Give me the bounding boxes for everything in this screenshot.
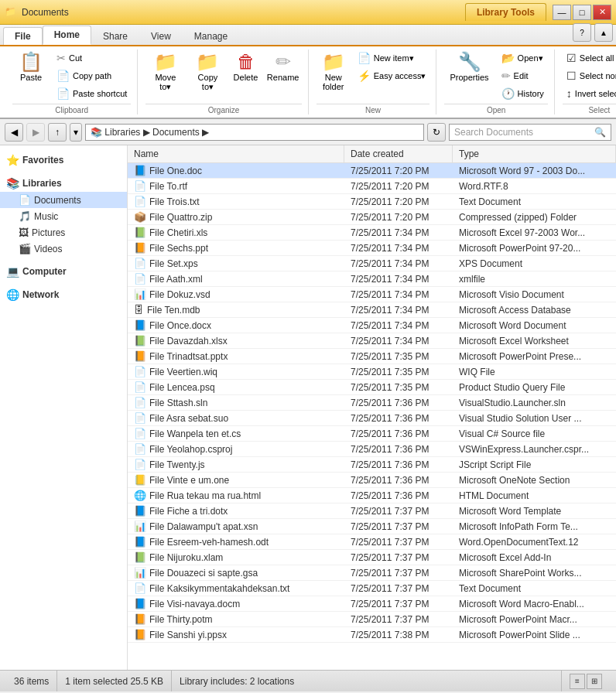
paste-button[interactable]: 📋 Paste (12, 50, 50, 85)
properties-button[interactable]: 🔧 Properties (444, 50, 494, 85)
tab-manage[interactable]: Manage (183, 27, 239, 45)
address-path[interactable]: 📚 Libraries ▶ Documents ▶ (85, 124, 424, 141)
sidebar-header-libraries[interactable]: 📚 Libraries (0, 175, 127, 192)
open-small-buttons: 📂 Open▾ ✏ Edit 🕐 History (498, 50, 548, 102)
table-row[interactable]: 📄 File Trois.txt 7/25/2011 7:20 PM Text … (128, 194, 616, 210)
file-type: Microsoft Word Template (453, 504, 616, 518)
col-header-date[interactable]: Date created (344, 145, 453, 162)
table-row[interactable]: 📄 File Set.xps 7/25/2011 7:34 PM XPS Doc… (128, 256, 616, 271)
table-row[interactable]: 📘 File Fiche a tri.dotx 7/25/2011 7:37 P… (128, 504, 616, 519)
easy-access-button[interactable]: ⚡ Easy access▾ (354, 67, 430, 84)
table-row[interactable]: 📄 File To.rtf 7/25/2011 7:20 PM Word.RTF… (128, 179, 616, 194)
table-row[interactable]: 📊 File Douazeci si sapte.gsa 7/25/2011 7… (128, 565, 616, 581)
tiles-view-button[interactable]: ⊞ (587, 674, 602, 689)
file-name: File Set.xps (149, 258, 198, 269)
table-row[interactable]: 🌐 File Rua tekau ma rua.html 7/25/2011 7… (128, 488, 616, 504)
tab-file[interactable]: File (3, 27, 43, 45)
tab-view[interactable]: View (139, 27, 183, 45)
rename-button[interactable]: ✏ Rename (265, 50, 302, 85)
table-row[interactable]: 📦 File Quattro.zip 7/25/2011 7:20 PM Com… (128, 210, 616, 225)
back-button[interactable]: ◀ (5, 123, 23, 142)
table-row[interactable]: 📄 File Kaksikymmentakahdeksan.txt 7/25/2… (128, 581, 616, 596)
table-row[interactable]: 📊 File Dalawampu't apat.xsn 7/25/2011 7:… (128, 519, 616, 534)
table-row[interactable]: 📗 File Davazdah.xlsx 7/25/2011 7:34 PM M… (128, 333, 616, 349)
forward-button[interactable]: ▶ (26, 123, 45, 142)
table-row[interactable]: 📊 File Dokuz.vsd 7/25/2011 7:34 PM Micro… (128, 287, 616, 302)
file-icon: 📙 (134, 613, 146, 625)
table-row[interactable]: 📘 File One.doc 7/25/2011 7:20 PM Microso… (128, 163, 616, 179)
table-row[interactable]: 📗 File Nijuroku.xlam 7/25/2011 7:37 PM M… (128, 550, 616, 565)
table-row[interactable]: 📄 File Wanpela ten et.cs 7/25/2011 7:36 … (128, 426, 616, 442)
file-date: 7/25/2011 7:37 PM (344, 597, 453, 611)
recent-locations-button[interactable]: ▾ (70, 123, 82, 142)
organize-group-content: 📁 Move to▾ 📁 Copy to▾ 🗑 Delete ✏ Rename (145, 50, 301, 102)
sidebar-section-libraries: 📚 Libraries 📄 Documents 🎵 Music 🖼 Pictur… (0, 175, 127, 257)
table-row[interactable]: 📘 File Once.docx 7/25/2011 7:34 PM Micro… (128, 318, 616, 333)
edit-button[interactable]: ✏ Edit (498, 67, 548, 84)
sidebar-item-pictures[interactable]: 🖼 Pictures (0, 224, 127, 241)
ribbon-collapse-button[interactable]: ▲ (594, 23, 613, 42)
rename-label: Rename (267, 73, 299, 82)
library-tools-tab[interactable]: Library Tools (465, 3, 546, 21)
open-group: 🔧 Properties 📂 Open▾ ✏ Edit 🕐 History Op… (438, 50, 554, 114)
table-row[interactable]: 📘 File Esreem-veh-hamesh.odt 7/25/2011 7… (128, 534, 616, 550)
maximize-button[interactable]: □ (573, 5, 591, 20)
table-row[interactable]: 📙 File Sechs.ppt 7/25/2011 7:34 PM Micro… (128, 241, 616, 256)
table-row[interactable]: 📄 File Yeolahop.csproj 7/25/2011 7:36 PM… (128, 442, 616, 457)
table-row[interactable]: 📄 File Sttash.sln 7/25/2011 7:36 PM Visu… (128, 395, 616, 411)
new-item-button[interactable]: 📄 New item▾ (354, 50, 430, 67)
file-type: Visual C# Source file (453, 427, 616, 441)
table-row[interactable]: 🗄 File Ten.mdb 7/25/2011 7:34 PM Microso… (128, 302, 616, 318)
history-button[interactable]: 🕐 History (498, 85, 548, 102)
details-view-button[interactable]: ≡ (570, 674, 585, 689)
col-header-type[interactable]: Type (453, 145, 616, 162)
new-folder-button[interactable]: 📁 New folder (317, 50, 351, 94)
copy-path-button[interactable]: 📄 Copy path (53, 67, 131, 84)
sidebar-item-documents[interactable]: 📄 Documents (0, 192, 127, 208)
open-button[interactable]: 📂 Open▾ (498, 50, 548, 67)
sidebar-header-computer[interactable]: 💻 Computer (0, 263, 127, 280)
close-button[interactable]: ✕ (593, 5, 611, 20)
table-row[interactable]: 📙 File Thirty.potm 7/25/2011 7:37 PM Mic… (128, 612, 616, 627)
col-header-name[interactable]: Name (128, 145, 344, 162)
table-row[interactable]: 📙 File Trinadtsat.pptx 7/25/2011 7:35 PM… (128, 349, 616, 364)
select-all-button[interactable]: ☑ Select all (563, 50, 616, 67)
file-name: File Rua tekau ma rua.html (149, 490, 261, 501)
file-icon: 📄 (134, 443, 146, 455)
cut-button[interactable]: ✂ Cut (53, 50, 131, 67)
tab-share[interactable]: Share (91, 27, 139, 45)
tab-home[interactable]: Home (43, 26, 91, 45)
sidebar-header-favorites[interactable]: ⭐ Favorites (0, 152, 127, 169)
invert-selection-button[interactable]: ↕ Invert selection (563, 85, 616, 102)
copy-path-icon: 📄 (56, 70, 70, 82)
table-row[interactable]: 📄 File Asra sebat.suo 7/25/2011 7:36 PM … (128, 411, 616, 426)
file-icon: 📄 (134, 258, 146, 269)
table-row[interactable]: 📘 File Visi-navaya.docm 7/25/2011 7:37 P… (128, 596, 616, 612)
sidebar-item-music[interactable]: 🎵 Music (0, 208, 127, 224)
select-none-button[interactable]: ☐ Select none (563, 67, 616, 84)
table-row[interactable]: 📒 File Vinte e um.one 7/25/2011 7:36 PM … (128, 473, 616, 488)
file-type: XPS Document (453, 257, 616, 271)
table-row[interactable]: 📙 File Sanshi yi.ppsx 7/25/2011 7:38 PM … (128, 627, 616, 643)
copy-to-button[interactable]: 📁 Copy to▾ (188, 50, 227, 95)
sidebar-item-videos[interactable]: 🎬 Videos (0, 241, 127, 257)
table-row[interactable]: 📄 File Lencea.psq 7/25/2011 7:35 PM Prod… (128, 380, 616, 395)
delete-button[interactable]: 🗑 Delete (230, 50, 261, 85)
up-button[interactable]: ↑ (48, 123, 67, 142)
select-all-label: Select all (580, 53, 614, 63)
table-row[interactable]: 📄 File Aath.xml 7/25/2011 7:34 PM xmlfil… (128, 271, 616, 287)
paste-shortcut-button[interactable]: 📄 Paste shortcut (53, 85, 131, 102)
help-button[interactable]: ? (573, 23, 591, 42)
file-date: 7/25/2011 7:37 PM (344, 566, 453, 580)
refresh-button[interactable]: ↻ (427, 123, 446, 142)
move-to-button[interactable]: 📁 Move to▾ (145, 50, 185, 95)
network-icon: 🌐 (6, 288, 19, 301)
status-selected-text: 1 item selected 25.5 KB (65, 676, 163, 687)
search-box[interactable]: Search Documents 🔍 (449, 124, 611, 141)
minimize-button[interactable]: — (553, 5, 571, 20)
sidebar-header-network[interactable]: 🌐 Network (0, 286, 127, 303)
table-row[interactable]: 📄 File Twenty.js 7/25/2011 7:36 PM JScri… (128, 457, 616, 473)
table-row[interactable]: 📗 File Chetiri.xls 7/25/2011 7:34 PM Mic… (128, 225, 616, 241)
favorites-icon: ⭐ (6, 154, 19, 166)
table-row[interactable]: 📄 File Veertien.wiq 7/25/2011 7:35 PM WI… (128, 364, 616, 380)
